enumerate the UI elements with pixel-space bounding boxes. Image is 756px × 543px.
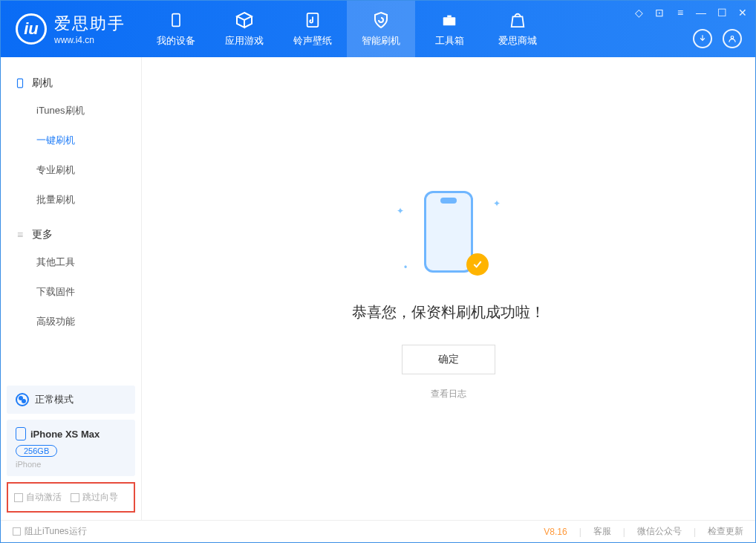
tab-label: 智能刷机: [362, 34, 400, 48]
ok-button[interactable]: 确定: [402, 345, 495, 374]
tab-ringtones[interactable]: 铃声壁纸: [278, 1, 347, 57]
tab-label: 我的设备: [157, 34, 195, 48]
skin-icon[interactable]: ◇: [632, 7, 645, 19]
status-bar: 阻止iTunes运行 V8.16 | 客服 | 微信公众号 | 检查更新: [1, 520, 755, 542]
main-tabs: 我的设备 应用游戏 铃声壁纸 智能刷机 工具箱 爱思商城: [142, 1, 552, 57]
device-icon: [166, 10, 186, 30]
title-bar: iu 爱思助手 www.i4.cn 我的设备 应用游戏 铃声壁纸 智能刷机 工具…: [1, 1, 755, 57]
svg-rect-0: [172, 14, 180, 27]
tab-label: 工具箱: [435, 34, 464, 48]
user-account-icon[interactable]: [723, 29, 742, 48]
tab-label: 爱思商城: [498, 34, 537, 48]
checkbox-skip-guide[interactable]: 跳过向导: [71, 491, 118, 504]
cube-icon: [235, 10, 254, 30]
download-manager-icon[interactable]: [693, 29, 712, 48]
sidebar-item-advanced[interactable]: 高级功能: [1, 307, 141, 336]
device-name: iPhone XS Max: [30, 429, 100, 440]
tab-apps[interactable]: 应用游戏: [210, 1, 278, 57]
list-icon: ≡: [14, 229, 26, 241]
check-badge-icon: [466, 253, 489, 276]
minimize-icon[interactable]: —: [694, 7, 708, 19]
shield-refresh-icon: [371, 10, 391, 30]
footer-link-wechat[interactable]: 微信公众号: [637, 525, 682, 538]
close-icon[interactable]: ✕: [736, 7, 749, 19]
sidebar-item-batch-flash[interactable]: 批量刷机: [1, 185, 141, 215]
app-title: 爱思助手: [54, 13, 126, 35]
checkbox-auto-activate[interactable]: 自动激活: [14, 491, 62, 504]
phone-small-icon: [16, 427, 26, 440]
svg-rect-5: [18, 79, 23, 88]
app-logo: iu 爱思助手 www.i4.cn: [1, 13, 142, 45]
mode-label: 正常模式: [35, 393, 74, 406]
option-checkboxes-highlighted: 自动激活 跳过向导: [7, 482, 135, 513]
sidebar-head-flash: 刷机: [1, 71, 141, 96]
sidebar-item-pro-flash[interactable]: 专业刷机: [1, 155, 141, 185]
device-info-box[interactable]: iPhone XS Max 256GB iPhone: [7, 420, 135, 476]
sidebar-head-more: ≡ 更多: [1, 222, 141, 247]
tab-label: 铃声壁纸: [293, 34, 332, 48]
tab-label: 应用游戏: [225, 34, 264, 48]
phone-outline-icon: [14, 77, 26, 89]
normal-mode-icon: [16, 393, 29, 406]
success-message: 恭喜您，保资料刷机成功啦！: [352, 302, 545, 322]
tab-my-device[interactable]: 我的设备: [142, 1, 210, 57]
sidebar-item-oneclick-flash[interactable]: 一键刷机: [1, 126, 141, 155]
tab-toolbox[interactable]: 工具箱: [415, 1, 483, 57]
tab-flash[interactable]: 智能刷机: [347, 1, 415, 57]
sidebar-item-download-firmware[interactable]: 下载固件: [1, 277, 141, 307]
sidebar: 刷机 iTunes刷机 一键刷机 专业刷机 批量刷机 ≡ 更多 其他工具 下载固…: [1, 57, 142, 520]
window-controls: ◇ ⊡ ≡ — ☐ ✕: [632, 7, 749, 19]
toolbox-icon: [440, 10, 459, 30]
tab-store[interactable]: 爱思商城: [483, 1, 552, 57]
maximize-icon[interactable]: ☐: [715, 7, 729, 19]
app-subtitle: www.i4.cn: [54, 35, 126, 45]
main-content: ✦✦• 恭喜您，保资料刷机成功啦！ 确定 查看日志: [142, 57, 755, 520]
footer-link-update[interactable]: 检查更新: [708, 525, 743, 538]
version-label: V8.16: [544, 527, 567, 537]
device-mode-box[interactable]: 正常模式: [7, 386, 135, 414]
checkbox-block-itunes[interactable]: 阻止iTunes运行: [13, 525, 87, 538]
svg-point-4: [731, 36, 734, 39]
success-illustration: ✦✦•: [404, 191, 493, 280]
logo-icon: iu: [16, 13, 47, 45]
svg-rect-3: [447, 16, 452, 18]
music-file-icon: [303, 10, 322, 30]
footer-link-support[interactable]: 客服: [593, 525, 611, 538]
bag-icon: [508, 10, 527, 30]
sidebar-item-itunes-flash[interactable]: iTunes刷机: [1, 96, 141, 126]
device-type: iPhone: [16, 460, 126, 469]
feedback-icon[interactable]: ⊡: [653, 7, 666, 19]
device-storage: 256GB: [16, 445, 57, 457]
menu-icon[interactable]: ≡: [674, 7, 687, 19]
sidebar-item-other-tools[interactable]: 其他工具: [1, 247, 141, 277]
svg-rect-2: [443, 17, 456, 25]
view-log-link[interactable]: 查看日志: [431, 388, 466, 400]
